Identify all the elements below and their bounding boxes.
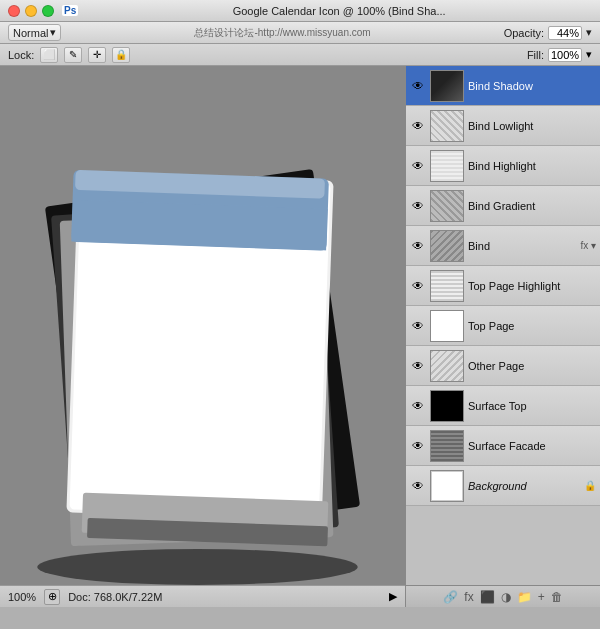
fill-input[interactable]: 100%	[548, 48, 582, 62]
layer-name: Bind Shadow	[468, 80, 596, 92]
layer-row[interactable]: 👁 Bind Highlight	[406, 146, 600, 186]
mask-icon[interactable]: ⬛	[480, 590, 495, 604]
layer-row[interactable]: 👁 Bind Gradient	[406, 186, 600, 226]
layer-row[interactable]: 👁 Background 🔒	[406, 466, 600, 506]
layer-thumbnail	[430, 190, 464, 222]
layer-name: Other Page	[468, 360, 596, 372]
layer-name: Top Page	[468, 320, 596, 332]
layer-thumbnail	[430, 70, 464, 102]
lock-image-icon[interactable]: ✎	[64, 47, 82, 63]
layers-scroll[interactable]: 👁 Bind Shadow 👁 Bind Lowlight 👁 Bind Hig	[406, 66, 600, 585]
layer-name: Surface Top	[468, 400, 596, 412]
fill-label: Fill:	[527, 49, 544, 61]
layer-name: Bind Lowlight	[468, 120, 596, 132]
titlebar: Ps Google Calendar Icon @ 100% (Bind Sha…	[0, 0, 600, 22]
lock-label: Lock:	[8, 49, 34, 61]
layer-thumbnail	[430, 350, 464, 382]
lock-position-icon[interactable]: ✛	[88, 47, 106, 63]
layer-name: Top Page Highlight	[468, 280, 596, 292]
link-icon[interactable]: 🔗	[443, 590, 458, 604]
status-bar: 100% ⊕ Doc: 768.0K/7.22M ▶	[0, 585, 405, 607]
visibility-icon[interactable]: 👁	[410, 478, 426, 494]
lock-all-icon[interactable]: 🔒	[112, 47, 130, 63]
lock-icon: 🔒	[584, 480, 596, 491]
top-toolbar: Normal ▾ 总结设计论坛-http://www.missyuan.com …	[0, 22, 600, 44]
layer-name: Background	[468, 480, 580, 492]
traffic-lights	[8, 5, 54, 17]
visibility-icon[interactable]: 👁	[410, 118, 426, 134]
layer-thumbnail	[430, 150, 464, 182]
lock-transparent-icon[interactable]: ⬜	[40, 47, 58, 63]
minimize-button[interactable]	[25, 5, 37, 17]
layer-row[interactable]: 👁 Bind Lowlight	[406, 106, 600, 146]
visibility-icon[interactable]: 👁	[410, 238, 426, 254]
layer-thumbnail	[430, 310, 464, 342]
visibility-icon[interactable]: 👁	[410, 78, 426, 94]
zoom-level: 100%	[8, 591, 36, 603]
layer-thumbnail	[430, 430, 464, 462]
visibility-icon[interactable]: 👁	[410, 198, 426, 214]
layer-thumbnail	[430, 230, 464, 262]
layer-name: Surface Facade	[468, 440, 596, 452]
fx-icon[interactable]: fx	[464, 590, 473, 604]
new-layer-icon[interactable]: +	[538, 590, 545, 604]
second-toolbar: Lock: ⬜ ✎ ✛ 🔒 Fill: 100% ▾	[0, 44, 600, 66]
ps-badge: Ps	[62, 5, 78, 16]
visibility-icon[interactable]: 👁	[410, 318, 426, 334]
stamp-icon[interactable]: ⊕	[44, 589, 60, 605]
fill-section: Fill: 100% ▾	[527, 48, 592, 62]
layer-row[interactable]: 👁 Top Page Highlight	[406, 266, 600, 306]
close-button[interactable]	[8, 5, 20, 17]
opacity-section: Opacity: 44% ▾	[504, 26, 592, 40]
watermark: 总结设计论坛-http://www.missyuan.com	[73, 26, 491, 40]
layers-panel: 👁 Bind Shadow 👁 Bind Lowlight 👁 Bind Hig	[405, 66, 600, 607]
folder-icon[interactable]: 📁	[517, 590, 532, 604]
visibility-icon[interactable]: 👁	[410, 398, 426, 414]
fx-badge: fx ▾	[580, 240, 596, 251]
doc-info: Doc: 768.0K/7.22M	[68, 591, 162, 603]
visibility-icon[interactable]: 👁	[410, 278, 426, 294]
layer-thumbnail	[430, 390, 464, 422]
maximize-button[interactable]	[42, 5, 54, 17]
visibility-icon[interactable]: 👁	[410, 358, 426, 374]
layer-row[interactable]: 👁 Surface Facade	[406, 426, 600, 466]
layer-thumbnail	[430, 110, 464, 142]
layer-row[interactable]: 👁 Other Page	[406, 346, 600, 386]
canvas-artwork	[0, 66, 405, 607]
layers-bottom-panel: 🔗 fx ⬛ ◑ 📁 + 🗑	[406, 585, 600, 607]
layer-thumbnail	[430, 270, 464, 302]
delete-layer-icon[interactable]: 🗑	[551, 590, 563, 604]
layer-row[interactable]: 👁 Top Page	[406, 306, 600, 346]
visibility-icon[interactable]: 👁	[410, 438, 426, 454]
layer-row[interactable]: 👁 Surface Top	[406, 386, 600, 426]
layer-thumbnail	[430, 470, 464, 502]
main-layout: 100% ⊕ Doc: 768.0K/7.22M ▶ 👁 Bind Shadow…	[0, 66, 600, 607]
canvas-inner	[0, 66, 405, 607]
navigate-right-icon[interactable]: ▶	[389, 590, 397, 603]
svg-point-0	[37, 549, 358, 585]
blend-mode-dropdown[interactable]: Normal ▾	[8, 24, 61, 41]
layer-name: Bind Highlight	[468, 160, 596, 172]
layer-row[interactable]: 👁 Bind Shadow	[406, 66, 600, 106]
layer-name: Bind	[468, 240, 574, 252]
canvas-area[interactable]: 100% ⊕ Doc: 768.0K/7.22M ▶	[0, 66, 405, 607]
adjustment-icon[interactable]: ◑	[501, 590, 511, 604]
visibility-icon[interactable]: 👁	[410, 158, 426, 174]
layer-row[interactable]: 👁 Bind fx ▾	[406, 226, 600, 266]
layer-name: Bind Gradient	[468, 200, 596, 212]
opacity-input[interactable]: 44%	[548, 26, 582, 40]
window-title: Google Calendar Icon @ 100% (Bind Sha...	[86, 5, 592, 17]
opacity-label: Opacity:	[504, 27, 544, 39]
